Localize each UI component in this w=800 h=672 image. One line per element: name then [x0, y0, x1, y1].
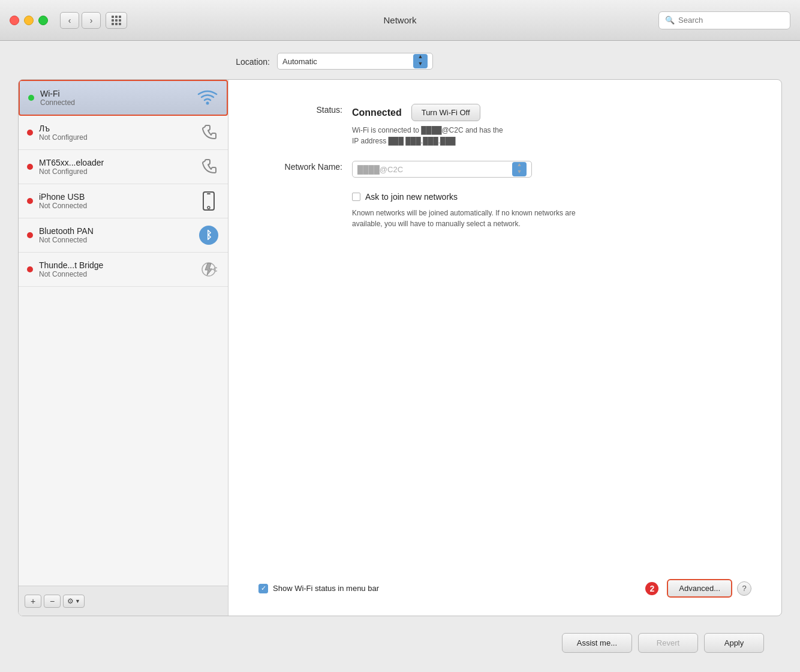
network-status-thunderbolt: Not Connected	[39, 270, 192, 278]
network-info-thunderbolt: Thunde...t Bridge Not Connected	[39, 260, 192, 278]
show-wifi-row: Show Wi-Fi status in menu bar	[258, 584, 379, 593]
add-network-button[interactable]: +	[25, 595, 41, 608]
network-name-label: Network Name:	[258, 161, 342, 172]
network-name-iphone-usb: iPhone USB	[39, 192, 192, 202]
checkbox-spacer	[258, 192, 342, 193]
sidebar-item-thunderbolt[interactable]: Thunde...t Bridge Not Connected	[19, 253, 228, 287]
location-row: Location: Automatic ▲ ▼	[18, 53, 782, 70]
network-name-select[interactable]: ████@C2C ▲ ▼	[352, 161, 532, 178]
svg-rect-1	[203, 192, 214, 210]
remove-network-button[interactable]: −	[44, 595, 61, 608]
network-status-bluetooth: Not Connected	[39, 236, 192, 244]
status-dot-lb	[27, 130, 33, 136]
advanced-section: 2 Advanced... ?	[645, 579, 751, 598]
network-name-arrows-icon: ▲ ▼	[512, 162, 527, 176]
status-content: Connected Turn Wi-Fi Off Wi-Fi is connec…	[352, 104, 751, 146]
location-arrows-icon: ▲ ▼	[413, 54, 428, 68]
network-status-iphone-usb: Not Connected	[39, 202, 192, 210]
svg-point-3	[207, 206, 210, 209]
status-dot-thunderbolt	[27, 266, 33, 272]
status-dot-mt65	[27, 164, 33, 170]
revert-button[interactable]: Revert	[638, 633, 698, 653]
show-wifi-checkbox[interactable]	[258, 584, 268, 593]
status-row: Connected Turn Wi-Fi Off	[352, 104, 751, 121]
search-box[interactable]: 🔍	[658, 11, 790, 29]
network-name-thunderbolt: Thunde...t Bridge	[39, 260, 192, 270]
status-desc-line2: IP address ███ ███.███.███	[352, 137, 456, 145]
ask-join-description: Known networks will be joined automatica…	[352, 208, 586, 229]
network-name-value: ████@C2C	[357, 165, 507, 174]
status-description: Wi-Fi is connected to ████@C2C and has t…	[352, 125, 592, 146]
help-button[interactable]: ?	[737, 581, 751, 596]
status-desc-line1: Wi-Fi is connected to ████@C2C and has t…	[352, 126, 503, 134]
sidebar-bottom: + − ⚙ ▼	[19, 586, 228, 616]
network-info-lb: Лъ Not Configured	[39, 124, 192, 142]
network-status-lb: Not Configured	[39, 133, 192, 142]
network-status-mt65: Not Configured	[39, 167, 192, 176]
sidebar-item-bluetooth[interactable]: Bluetooth PAN Not Connected ᛒ	[19, 218, 228, 253]
back-button[interactable]: ‹	[60, 12, 79, 29]
detail-panel: Status: Connected Turn Wi-Fi Off Wi-Fi i…	[228, 80, 781, 616]
network-name-wifi: Wi-Fi	[40, 89, 191, 98]
maximize-button[interactable]	[38, 16, 48, 25]
detail-spacer	[258, 244, 751, 565]
forward-button[interactable]: ›	[82, 12, 101, 29]
search-icon: 🔍	[665, 16, 675, 25]
status-label: Status:	[258, 104, 342, 115]
network-info-iphone-usb: iPhone USB Not Connected	[39, 192, 192, 210]
traffic-lights	[10, 16, 48, 25]
svg-point-0	[206, 102, 209, 105]
location-select[interactable]: Automatic ▲ ▼	[277, 53, 433, 70]
phone-icon-mt65	[198, 156, 219, 178]
status-value: Connected	[352, 107, 402, 118]
sidebar-item-mt65[interactable]: MT65xx...eloader Not Configured	[19, 150, 228, 184]
location-label: Location:	[186, 56, 270, 67]
action-buttons: Assist me... Revert Apply	[18, 626, 782, 660]
thunderbolt-icon	[198, 259, 219, 280]
ask-join-label: Ask to join new networks	[365, 192, 458, 202]
main-container: Location: Automatic ▲ ▼ 1 Wi-Fi	[0, 41, 800, 672]
grid-view-button[interactable]	[106, 12, 127, 29]
status-dot-bluetooth	[27, 232, 33, 238]
wifi-icon	[197, 87, 218, 109]
network-info-mt65: MT65xx...eloader Not Configured	[39, 158, 192, 176]
sidebar-item-wifi[interactable]: Wi-Fi Connected	[19, 80, 228, 116]
status-section: Status: Connected Turn Wi-Fi Off Wi-Fi i…	[258, 104, 751, 146]
apply-button[interactable]: Apply	[704, 633, 764, 653]
title-bar: ‹ › Network 🔍	[0, 0, 800, 41]
phone-icon-lb	[198, 122, 219, 143]
assist-me-button[interactable]: Assist me...	[562, 633, 632, 653]
join-networks-row: Ask to join new networks	[352, 192, 751, 202]
network-item-wifi-wrapper: 1 Wi-Fi Connected	[19, 80, 228, 116]
advanced-button[interactable]: Advanced...	[667, 579, 732, 598]
svg-rect-2	[207, 193, 210, 194]
gear-menu-button[interactable]: ⚙ ▼	[63, 595, 85, 608]
gear-chevron-icon: ▼	[75, 598, 80, 604]
checkbox-content: Ask to join new networks Known networks …	[352, 192, 751, 229]
sidebar: 1 Wi-Fi Connected	[19, 80, 228, 616]
sidebar-item-iphone-usb[interactable]: iPhone USB Not Connected	[19, 184, 228, 218]
step-label-2: 2	[645, 582, 658, 595]
search-input[interactable]	[678, 16, 784, 25]
location-value: Automatic	[282, 57, 413, 66]
network-name-bluetooth: Bluetooth PAN	[39, 226, 192, 236]
close-button[interactable]	[10, 16, 19, 25]
network-name-lb: Лъ	[39, 124, 192, 133]
network-status-wifi: Connected	[40, 98, 191, 107]
bottom-section: Show Wi-Fi status in menu bar 2 Advanced…	[258, 579, 751, 604]
status-dot-wifi	[28, 95, 34, 101]
grid-dots-icon	[112, 16, 121, 25]
iphone-icon	[198, 190, 219, 212]
show-wifi-label: Show Wi-Fi status in menu bar	[273, 584, 379, 593]
gear-icon: ⚙	[67, 597, 74, 605]
bluetooth-icon: ᛒ	[198, 224, 219, 246]
window-title: Network	[383, 15, 416, 25]
network-info-wifi: Wi-Fi Connected	[40, 89, 191, 107]
status-dot-iphone-usb	[27, 198, 33, 204]
network-name-section: Network Name: ████@C2C ▲ ▼	[258, 161, 751, 178]
content-area: 1 Wi-Fi Connected	[18, 79, 782, 616]
minimize-button[interactable]	[24, 16, 34, 25]
turn-wifi-off-button[interactable]: Turn Wi-Fi Off	[411, 104, 480, 121]
sidebar-item-lb[interactable]: Лъ Not Configured	[19, 116, 228, 150]
ask-join-checkbox[interactable]	[352, 193, 360, 201]
